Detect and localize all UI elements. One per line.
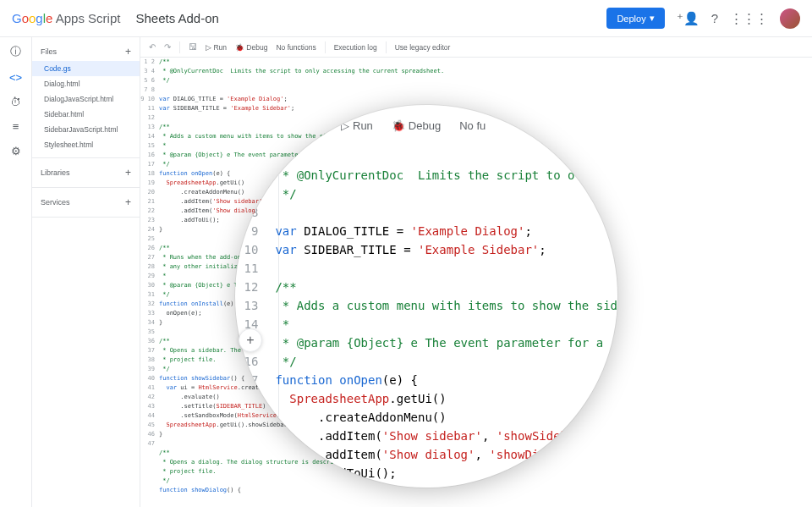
debug-button[interactable]: 🐞 Debug [235,43,267,52]
file-item[interactable]: Stylesheet.html [32,137,140,152]
project-title[interactable]: Sheets Add-on [135,11,218,25]
chevron-down-icon: ▾ [650,13,655,24]
services-heading: Services [41,198,70,207]
file-item[interactable]: Dialog.html [32,76,140,91]
zoom-code-editor[interactable]: 1 2 3 4 5 6 7 8 9 10 11 12 13 14 15 16 1… [235,147,617,482]
save-icon[interactable]: 🖫 [189,42,197,52]
product-name: Apps Script [56,11,121,25]
add-library-button[interactable]: + [125,167,131,179]
share-icon[interactable]: ⁺👤 [677,11,700,26]
run-button[interactable]: ▷ Run [206,43,227,52]
info-icon[interactable]: ⓘ [10,44,21,59]
add-service-button[interactable]: + [125,196,131,208]
google-logo: Google Apps Script [12,11,120,25]
file-item[interactable]: DialogJavaScript.html [32,91,140,107]
function-select[interactable]: No functions [276,43,315,52]
executions-icon[interactable]: ≡ [13,120,19,133]
libraries-heading: Libraries [41,168,70,177]
file-item[interactable]: Code.gs [32,61,140,76]
undo-icon[interactable]: ↶ [149,42,156,52]
left-rail: ⓘ <> ⏱ ≡ ⚙ [0,37,32,507]
editor-icon[interactable]: <> [9,71,22,84]
add-file-button[interactable]: + [125,46,131,58]
debug-button[interactable]: 🐞 Debug [392,119,441,132]
sidebar: Files+ Code.gsDialog.htmlDialogJavaScrip… [32,37,140,507]
legacy-editor-button[interactable]: Use legacy editor [395,43,451,52]
toolbar: ↶ ↷ 🖫 ▷ Run 🐞 Debug No functions Executi… [140,37,812,58]
execution-log-button[interactable]: Execution log [334,43,377,52]
floating-add-button[interactable]: + [239,328,262,352]
avatar[interactable] [780,8,800,29]
redo-icon[interactable]: ↷ [164,42,171,52]
help-icon[interactable]: ? [711,11,718,25]
file-item[interactable]: Sidebar.html [32,107,140,122]
magnifier-overlay: 🖫 ▷ Run 🐞 Debug No fu 1 2 3 4 5 6 7 8 9 … [235,105,617,488]
deploy-button[interactable]: Deploy ▾ [606,8,664,29]
triggers-icon[interactable]: ⏱ [10,96,21,108]
header: Google Apps Script Sheets Add-on Deploy … [0,0,812,37]
files-heading: Files [41,47,57,56]
apps-grid-icon[interactable]: ⋮⋮⋮ [730,11,768,26]
function-select[interactable]: No fu [459,119,486,132]
settings-icon[interactable]: ⚙ [11,145,21,157]
file-item[interactable]: SidebarJavaScript.html [32,122,140,137]
